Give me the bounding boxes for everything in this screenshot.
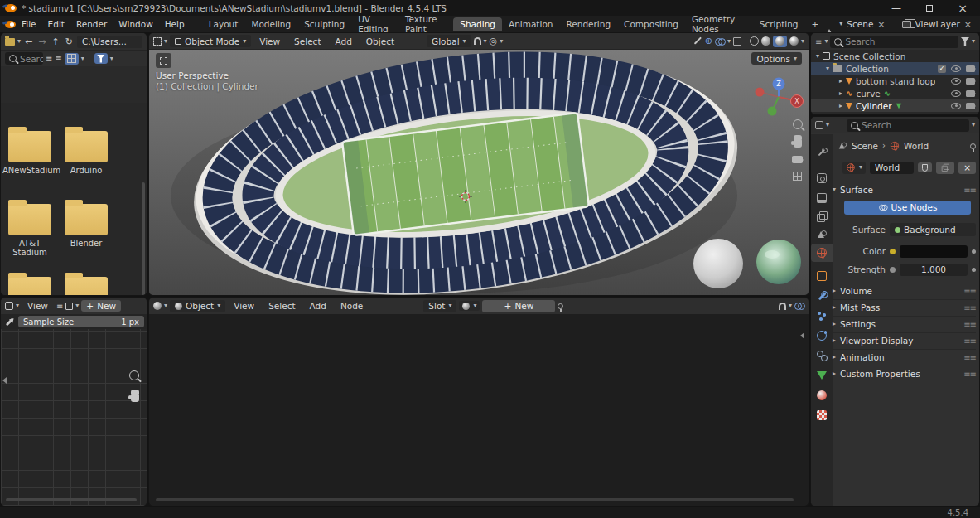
panel-grip-icon[interactable]: ≡≡ [963, 287, 976, 296]
properties-editor-icon[interactable] [815, 121, 823, 129]
brush-icon[interactable] [6, 317, 14, 326]
tab-texture[interactable] [811, 406, 833, 424]
fake-user-shield-button[interactable] [918, 162, 932, 172]
back-button[interactable]: ← [23, 36, 34, 47]
show-gizmo-toggle-icon[interactable]: ⊕ [705, 36, 712, 46]
disclosure-icon[interactable]: ▸ [839, 90, 842, 97]
image-menu-view[interactable]: View [22, 300, 54, 312]
workspace-tab-layout[interactable]: Layout [202, 17, 245, 31]
animate-property-dot[interactable] [972, 249, 976, 254]
panel-grip-icon[interactable]: ≡≡ [963, 353, 976, 362]
material-slot-dropdown[interactable]: Slot ▾ [423, 300, 456, 312]
orthographic-toggle-icon[interactable] [793, 172, 802, 181]
breadcrumb-world[interactable]: World [904, 141, 929, 151]
outliner-row-collection[interactable]: ▾ Collection ✓ [811, 62, 979, 75]
viewport-editor-icon[interactable] [153, 37, 162, 46]
shading-wireframe-button[interactable] [750, 36, 759, 46]
shader-menu-add[interactable]: Add [304, 300, 332, 312]
scene-selector[interactable]: Scene [847, 19, 873, 29]
folder-item[interactable]: AT&T Stadium [2, 199, 57, 257]
menu-edit[interactable]: Edit [42, 18, 70, 30]
chevron-down-icon[interactable]: ▾ [500, 38, 503, 45]
workspace-tab-rendering[interactable]: Rendering [559, 17, 617, 31]
display-mode-horizontal-list[interactable]: ≣ [55, 54, 61, 63]
sample-size-slider[interactable]: Sample Size 1 px [18, 316, 144, 327]
panel-grip-icon[interactable]: ≡≡ [963, 303, 976, 312]
pin-material-icon[interactable] [558, 303, 563, 309]
file-browser-editor-icon[interactable] [5, 38, 15, 46]
path-field[interactable]: C:\Users... [77, 36, 142, 48]
panel-grip-icon[interactable]: ≡≡ [963, 186, 976, 195]
use-nodes-button[interactable]: Use Nodes [844, 201, 971, 215]
animate-property-dot[interactable] [972, 268, 976, 272]
chevron-down-icon[interactable]: ▾ [824, 38, 828, 45]
annotate-tool-icon[interactable] [694, 37, 702, 45]
scrollbar[interactable] [142, 182, 145, 296]
shading-material-preview-button[interactable] [773, 36, 787, 47]
chevron-down-icon[interactable]: ▾ [164, 303, 167, 309]
scene-icon[interactable] [825, 19, 835, 29]
surface-panel-header[interactable]: ▾ Surface ≡≡ [833, 182, 976, 197]
custom-properties-panel-header[interactable]: ▸ Custom Properties ≡≡ [833, 366, 976, 381]
tab-scene[interactable] [811, 225, 833, 244]
add-workspace-button[interactable]: + [805, 17, 826, 31]
refresh-button[interactable]: ↻ [64, 36, 75, 47]
gizmo-y-axis[interactable] [768, 107, 777, 116]
close-button[interactable]: × [957, 2, 968, 14]
disclosure-icon[interactable]: ▾ [826, 65, 829, 72]
proportional-edit-icon[interactable]: ◎ [490, 36, 498, 46]
gizmo-neg-x-axis[interactable] [756, 88, 765, 97]
tab-world[interactable] [811, 244, 833, 262]
scene-unlink-icon[interactable]: × [877, 20, 885, 29]
tab-object-data[interactable] [811, 366, 833, 385]
chevron-down-icon[interactable]: ▾ [839, 21, 842, 27]
unlink-world-button[interactable]: × [958, 162, 976, 174]
collection-checkbox[interactable]: ✓ [938, 65, 946, 73]
chevron-down-icon[interactable]: ▾ [826, 122, 829, 128]
tab-view-layer[interactable] [811, 207, 833, 225]
browse-material-button[interactable]: ▾ [459, 301, 480, 311]
outliner-editor-icon[interactable]: ≡ [815, 37, 822, 46]
pin-id-icon[interactable] [970, 143, 976, 149]
file-search-input[interactable]: Search [5, 52, 43, 65]
transform-orientation-dropdown[interactable]: Global ▾ [427, 35, 471, 47]
viewport-menu-object[interactable]: Object [360, 36, 400, 47]
panel-grip-icon[interactable]: ≡≡ [963, 336, 976, 346]
panel-grip-icon[interactable]: ≡≡ [963, 370, 976, 379]
disable-render-camera-icon[interactable] [966, 103, 975, 109]
hide-viewport-eye-icon[interactable] [951, 90, 961, 97]
disable-render-camera-icon[interactable] [966, 90, 975, 97]
folder-item[interactable] [59, 272, 113, 296]
show-overlays-toggle-icon[interactable] [715, 38, 725, 45]
chevron-down-icon[interactable]: ▾ [972, 122, 975, 128]
tab-material[interactable] [811, 386, 833, 404]
options-dropdown[interactable]: Options ▾ [751, 52, 802, 65]
menu-render[interactable]: Render [70, 18, 113, 30]
shading-solid-button[interactable] [761, 36, 770, 46]
toggle-xray-icon[interactable] [733, 37, 741, 46]
display-mode-vertical-list[interactable]: ≡ [46, 54, 52, 63]
shader-editor-icon[interactable] [153, 302, 162, 310]
chevron-down-icon[interactable]: ▾ [164, 38, 167, 45]
hide-viewport-eye-icon[interactable] [951, 78, 961, 85]
panel-grip-icon[interactable]: ≡≡ [963, 320, 976, 329]
image-canvas[interactable] [1, 329, 147, 506]
mode-dropdown[interactable]: Object Mode ▾ [170, 35, 251, 47]
menu-file[interactable]: File [16, 18, 42, 30]
shader-menu-view[interactable]: View [228, 300, 260, 312]
blender-menu-icon[interactable] [5, 21, 16, 28]
zoom-icon[interactable] [129, 370, 139, 380]
disable-render-camera-icon[interactable] [966, 78, 975, 85]
world-name-field[interactable]: World [870, 162, 914, 174]
up-directory-button[interactable]: ↑ [50, 36, 60, 47]
folder-item[interactable]: Arduino [59, 126, 113, 175]
shader-menu-node[interactable]: Node [335, 300, 369, 312]
forward-button[interactable]: → [36, 36, 47, 47]
workspace-tab-modeling[interactable]: Modeling [244, 17, 297, 31]
tab-constraints[interactable] [811, 346, 833, 365]
tab-physics[interactable] [811, 327, 833, 345]
tab-modifiers[interactable] [811, 287, 833, 305]
viewport-menu-select[interactable]: Select [288, 36, 326, 47]
chevron-down-icon[interactable]: ▾ [727, 38, 731, 45]
image-pin-menu-icon[interactable]: ≡ [56, 302, 63, 311]
